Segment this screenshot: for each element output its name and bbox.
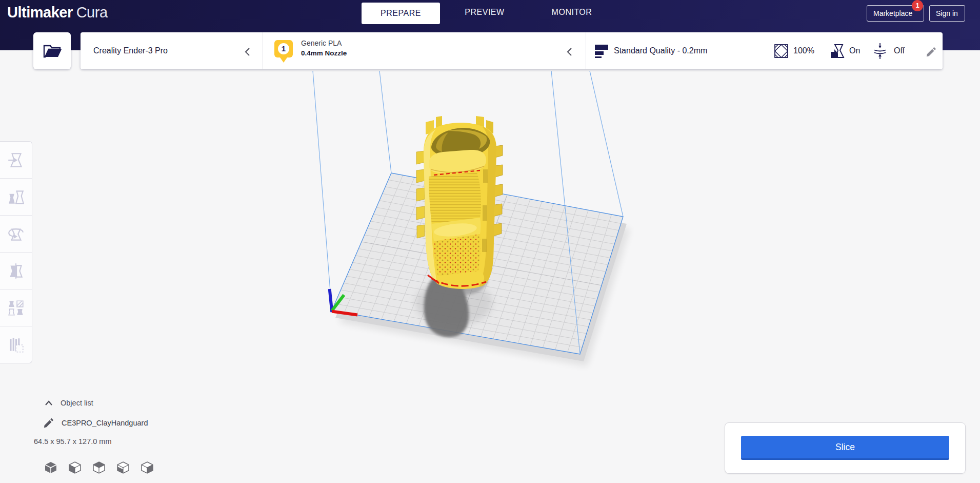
app-logo: UltimakerCura [7,4,108,21]
object-name: CE3PRO_ClayHandguard [62,419,148,427]
collapse-chevron-icon [44,400,53,406]
support-blocker-button[interactable] [0,326,32,363]
tab-preview[interactable]: PREVIEW [451,0,518,24]
view-front-icon[interactable] [68,460,82,475]
rotate-tool-icon [7,225,25,243]
infill-value: 100% [793,32,814,69]
printer-name: Creality Ender-3 Pro [93,32,168,69]
move-tool-icon [7,151,25,169]
mirror-tool-icon [7,262,25,280]
material-collapse-chevron-icon[interactable] [566,47,573,56]
rename-pencil-icon[interactable] [43,417,54,429]
view-right-icon[interactable] [140,460,154,475]
material-name: Generic PLA [301,39,342,47]
mirror-tool-button[interactable] [0,253,32,289]
material-pin-icon: 1 [274,40,293,63]
logo-brand: Ultimaker [7,4,73,21]
scale-tool-icon [7,188,25,206]
extruder-number: 1 [282,44,286,53]
adhesion-value: Off [894,32,905,69]
view-3d-icon[interactable] [44,460,58,475]
toolbar-separator [263,32,263,69]
nozzle-size: 0.4mm Nozzle [301,49,347,57]
infill-icon [774,44,788,58]
open-file-button[interactable] [33,32,71,69]
object-name-row: CE3PRO_ClayHandguard [43,417,148,429]
tool-sidebar [0,141,32,363]
print-settings-icon [595,44,609,58]
view-top-icon[interactable] [92,460,106,475]
support-blocker-icon [7,336,25,354]
view-orientation-controls [44,460,154,475]
toolbar-separator [586,32,586,69]
cura-window: UltimakerCura PREPARE PREVIEW MONITOR Ma… [0,0,980,483]
support-value: On [849,32,860,69]
configuration-toolbar: Creality Ender-3 Pro 1 Generic PLA 0.4mm… [81,32,943,69]
per-model-settings-icon [7,299,25,317]
viewport-canvas[interactable] [0,0,980,483]
signin-button[interactable]: Sign in [929,5,965,22]
rotate-tool-button[interactable] [0,216,32,253]
object-list-toggle[interactable]: Object list [44,399,93,407]
scale-tool-button[interactable] [0,179,32,216]
logo-product: Cura [76,4,108,21]
tab-prepare[interactable]: PREPARE [362,3,440,24]
adhesion-icon [873,43,887,60]
open-file-icon [43,43,62,59]
tab-monitor[interactable]: MONITOR [536,0,608,24]
printer-collapse-chevron-icon[interactable] [244,47,251,56]
support-icon [830,44,845,59]
object-list-label: Object list [61,399,93,407]
view-left-icon[interactable] [116,460,130,475]
model[interactable] [416,116,503,289]
per-model-settings-button[interactable] [0,289,32,326]
action-panel: Slice [725,422,966,474]
marketplace-badge: 1 [912,0,923,11]
move-tool-button[interactable] [0,142,32,179]
object-dimensions: 64.5 x 95.7 x 127.0 mm [34,437,112,446]
slice-button[interactable]: Slice [741,436,949,460]
edit-pencil-icon[interactable] [926,46,937,57]
profile-name: Standard Quality - 0.2mm [614,32,707,69]
